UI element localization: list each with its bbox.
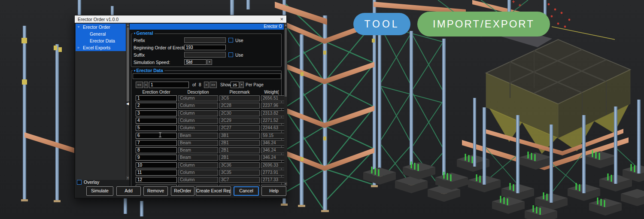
- erection-order-cell[interactable]: 5: [136, 125, 177, 131]
- erection-order-cell[interactable]: [136, 185, 177, 186]
- description-cell[interactable]: Column: [178, 162, 218, 168]
- tree-item-erector-data[interactable]: Erector Data: [76, 37, 126, 44]
- tree-item-label: Erector Data: [90, 38, 115, 43]
- main-scrollbar-thumb[interactable]: [285, 28, 287, 97]
- piecemark-cell[interactable]: 2B1: [219, 155, 260, 161]
- beginning-order-input[interactable]: 193: [184, 45, 226, 50]
- erection-order-cell[interactable]: 12: [136, 177, 177, 183]
- suffix-use-checkbox[interactable]: [228, 52, 233, 57]
- weight-cell[interactable]: 2696.33: [261, 162, 284, 168]
- last-page-button[interactable]: >>: [210, 82, 217, 88]
- collapse-icon[interactable]: ▾: [134, 32, 136, 35]
- tree-item-general[interactable]: General: [76, 30, 126, 37]
- weight-cell[interactable]: 2313.82: [261, 110, 284, 116]
- first-page-button[interactable]: <<: [136, 82, 143, 88]
- tree-item-excel-exports[interactable]: ▹ Excel Exports: [76, 44, 126, 51]
- erection-order-cell[interactable]: 8: [136, 147, 177, 153]
- page-number-input[interactable]: 1: [149, 82, 189, 88]
- weight-cell[interactable]: 346.24: [261, 155, 284, 161]
- weight-cell[interactable]: [261, 185, 284, 186]
- add-button[interactable]: Add: [116, 186, 141, 196]
- description-cell[interactable]: Column: [178, 118, 218, 124]
- panel-header: Erector O: [130, 24, 284, 30]
- piecemark-cell[interactable]: 2B1: [219, 140, 260, 146]
- general-group-label[interactable]: ▾General: [133, 30, 155, 36]
- weight-cell[interactable]: 346.24: [261, 147, 284, 153]
- import-export-badge[interactable]: IMPORT/EXPORT: [417, 12, 550, 36]
- erection-order-cell[interactable]: 3: [136, 110, 177, 116]
- dropdown-arrow-icon[interactable]: ▾: [240, 82, 244, 88]
- description-cell[interactable]: Column: [178, 125, 218, 131]
- cancel-button[interactable]: Cancel: [234, 186, 259, 196]
- weight-cell[interactable]: 2244.63: [261, 125, 284, 131]
- erection-order-cell[interactable]: 9: [136, 155, 177, 161]
- erection-order-cell[interactable]: 7: [136, 140, 177, 146]
- weight-cell[interactable]: 346.24: [261, 140, 284, 146]
- simulation-speed-select[interactable]: Std: [184, 59, 207, 65]
- weight-cell[interactable]: 2271.52: [261, 118, 284, 124]
- description-cell[interactable]: Beam: [178, 147, 218, 153]
- panel-collapse-icon[interactable]: ◀: [126, 102, 129, 106]
- scroll-up-icon[interactable]: ▲: [284, 23, 287, 27]
- suffix-input[interactable]: [184, 52, 226, 58]
- overlay-option[interactable]: Overlay: [77, 179, 99, 185]
- reorder-button[interactable]: ReOrder: [171, 186, 194, 196]
- footings: [363, 150, 644, 219]
- piecemark-cell[interactable]: 2C28: [219, 103, 260, 109]
- erection-order-cell[interactable]: 10: [136, 162, 177, 168]
- scroll-down-icon[interactable]: ▼: [284, 182, 287, 186]
- description-cell[interactable]: Column: [178, 103, 218, 109]
- overlay-checkbox[interactable]: [77, 180, 82, 185]
- description-cell[interactable]: Beam: [178, 140, 218, 146]
- description-cell[interactable]: Column: [178, 170, 218, 176]
- description-cell[interactable]: Column: [178, 110, 218, 116]
- collapse-icon[interactable]: ▾: [134, 69, 136, 72]
- piecemark-cell[interactable]: 2C27: [219, 125, 260, 131]
- erection-order-cell[interactable]: 11: [136, 170, 177, 176]
- weight-cell[interactable]: 2773.91: [261, 170, 284, 176]
- weight-cell[interactable]: 59.15: [261, 133, 284, 139]
- dropdown-arrow-icon[interactable]: ▾: [207, 59, 212, 65]
- next-page-button[interactable]: >: [204, 82, 209, 88]
- piecemark-cell[interactable]: 3B1: [219, 133, 260, 139]
- piecemark-cell[interactable]: [219, 185, 260, 186]
- remove-button[interactable]: Remove: [143, 186, 168, 196]
- piecemark-cell[interactable]: 2C30: [219, 110, 260, 116]
- piecemark-cell[interactable]: 3C6: [219, 95, 260, 101]
- help-button[interactable]: Help: [261, 186, 286, 196]
- tree-expanded-icon[interactable]: ▿: [78, 24, 79, 30]
- erector-data-group-label[interactable]: ▾Erector Data: [133, 68, 164, 73]
- weight-cell[interactable]: 2717.33: [261, 177, 284, 183]
- main-scrollbar[interactable]: ▲ ▼: [284, 23, 287, 186]
- description-cell[interactable]: Column: [178, 177, 218, 183]
- piecemark-cell[interactable]: 3C35: [219, 170, 260, 176]
- simulate-button[interactable]: Simulate: [86, 186, 113, 196]
- description-cell[interactable]: Beam: [178, 133, 218, 139]
- erection-order-cell[interactable]: 4: [136, 118, 177, 124]
- per-page-select[interactable]: 25: [231, 82, 239, 88]
- dialog-titlebar[interactable]: Erector Order v1.0.0 ×: [75, 15, 286, 23]
- weight-cell[interactable]: 2237.96: [261, 103, 284, 109]
- piecemark-cell[interactable]: 3C7: [219, 177, 260, 183]
- erection-order-cell[interactable]: 2: [136, 103, 177, 109]
- suffix-label: Suffix: [134, 52, 145, 58]
- description-cell[interactable]: Column: [178, 95, 218, 101]
- close-icon[interactable]: ×: [280, 16, 283, 22]
- piecemark-cell[interactable]: 2C29: [219, 118, 260, 124]
- filter-input[interactable]: [133, 73, 281, 79]
- erection-order-cell[interactable]: 6: [136, 133, 177, 139]
- prefix-use-checkbox[interactable]: [228, 38, 233, 43]
- piecemark-cell[interactable]: 3C36: [219, 162, 260, 168]
- tool-badge[interactable]: TOOL: [353, 13, 410, 35]
- tree-collapsed-icon[interactable]: ▹: [78, 44, 79, 51]
- create-excel-report-button[interactable]: Create Excel Report: [196, 186, 231, 196]
- piecemark-cell[interactable]: 2B1: [219, 147, 260, 153]
- weight-cell[interactable]: 2656.51: [261, 95, 284, 101]
- prefix-input[interactable]: [184, 37, 226, 43]
- description-cell[interactable]: Beam: [178, 155, 218, 161]
- tree-item-erector-order[interactable]: ▿ Erector Order: [76, 24, 126, 30]
- erection-order-cell[interactable]: 1: [136, 95, 177, 101]
- table-row: 5Column2C272244.63: [129, 125, 284, 131]
- prev-page-button[interactable]: <: [144, 82, 148, 88]
- description-cell[interactable]: [178, 185, 218, 186]
